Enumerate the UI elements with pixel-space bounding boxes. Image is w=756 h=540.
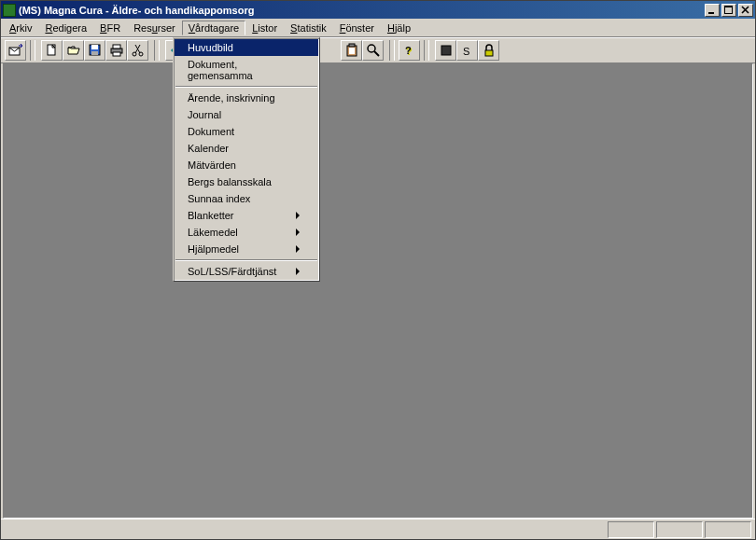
dd-blanketter[interactable]: Blanketter [175,207,318,224]
titlebar-text: (MS) Magna Cura - Äldre- och handikappom… [19,5,705,16]
app-window: (MS) Magna Cura - Äldre- och handikappom… [0,0,756,540]
status-pane [656,521,703,538]
dropdown-separator [175,86,317,88]
tb-print[interactable] [105,40,127,61]
dd-sol-lss-fardtjanst[interactable]: SoL/LSS/Färdtjänst [175,263,318,280]
minimize-button[interactable] [705,4,720,17]
menu-redigera[interactable]: Redigera [38,21,93,35]
svg-rect-7 [91,51,98,55]
menu-hjalp[interactable]: Hjälp [381,21,417,35]
toolbar-separator [389,40,395,61]
dd-journal[interactable]: Journal [175,106,318,123]
status-pane [608,521,654,538]
close-button[interactable] [738,4,753,17]
svg-rect-10 [113,52,120,56]
submenu-arrow-icon [296,268,300,275]
window-buttons [705,4,753,17]
workspace [3,63,753,519]
tb-text-s[interactable]: S [456,40,478,61]
tb-mail-send[interactable] [5,40,26,61]
statusbar [1,519,755,539]
tb-stop[interactable] [435,40,456,61]
toolbar: ?? S [1,37,755,63]
status-pane [705,521,751,538]
menubar: Arkiv Redigera BFR Resurser Vårdtagare L… [1,19,755,37]
menu-arkiv[interactable]: Arkiv [3,21,38,35]
menu-statistik[interactable]: Statistik [284,21,333,35]
tb-group-user [339,40,385,61]
submenu-arrow-icon [296,228,300,236]
tb-lock[interactable] [478,40,499,61]
menu-resurser[interactable]: Resurser [127,21,182,35]
dropdown-vardtagare: Huvudbild Dokument, gemensamma Ärende, i… [173,37,320,282]
svg-rect-15 [349,44,355,47]
svg-point-16 [368,45,375,52]
dd-lakemedel[interactable]: Läkemedel [175,224,318,241]
toolbar-separator [424,40,429,61]
tb-open[interactable] [63,40,84,61]
titlebar: (MS) Magna Cura - Äldre- och handikappom… [1,1,755,19]
dropdown-separator [175,259,317,261]
toolbar-separator [154,40,160,61]
dd-arende-inskrivning[interactable]: Ärende, inskrivning [175,90,318,106]
svg-rect-6 [91,45,98,49]
tb-new[interactable] [41,40,63,61]
menu-bfr[interactable]: BFR [93,21,127,35]
tb-group-file [39,40,150,61]
tb-group-misc: S [433,40,501,61]
tb-search[interactable] [362,40,384,61]
svg-text:S: S [463,46,469,57]
app-icon [3,4,16,17]
svg-text:?: ? [405,45,412,56]
dd-sunnaa-index[interactable]: Sunnaa index [175,190,318,207]
dd-huvudbild[interactable]: Huvudbild [175,39,318,56]
svg-rect-0 [708,12,714,14]
menu-vardtagare[interactable]: Vårdtagare [182,21,245,35]
svg-point-12 [139,52,143,56]
svg-point-11 [133,52,136,56]
svg-rect-14 [349,48,355,54]
toolbar-separator [30,40,35,61]
svg-rect-19 [441,46,451,55]
dd-matvarden[interactable]: Mätvärden [175,157,318,173]
tb-help[interactable]: ?? [399,40,420,61]
svg-rect-21 [485,50,493,56]
dd-kalender[interactable]: Kalender [175,140,318,157]
dd-dokument-gemensamma[interactable]: Dokument, gemensamma [175,56,318,84]
svg-rect-9 [113,45,120,48]
menu-listor[interactable]: Listor [245,21,284,35]
dd-dokument[interactable]: Dokument [175,123,318,140]
tb-clipboard[interactable] [341,40,362,61]
tb-cut[interactable] [127,40,148,61]
svg-rect-2 [724,6,733,7]
dd-hjalpmedel[interactable]: Hjälpmedel [175,241,318,257]
menu-fonster[interactable]: Fönster [333,21,381,35]
tb-save[interactable] [84,40,105,61]
dd-bergs-balansskala[interactable]: Bergs balansskala [175,173,318,190]
submenu-arrow-icon [296,245,300,253]
maximize-button[interactable] [721,4,736,17]
submenu-arrow-icon [296,212,300,219]
